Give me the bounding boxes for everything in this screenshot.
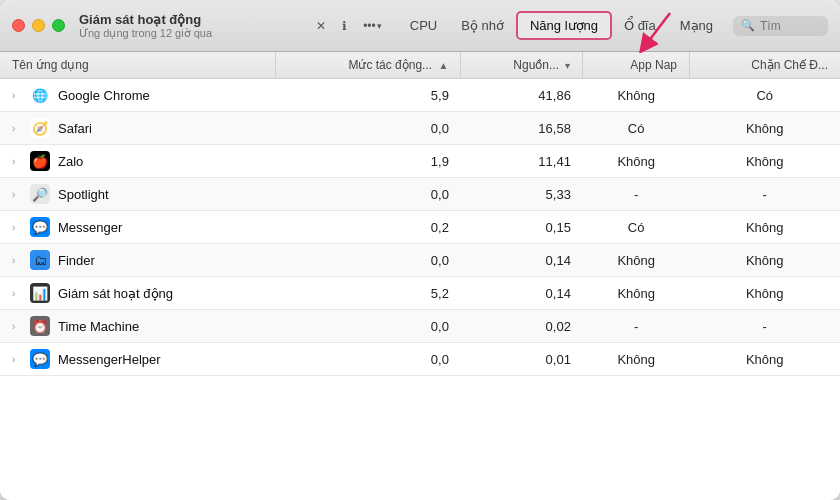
app-name-label: Giám sát hoạt động — [58, 286, 173, 301]
block-cell: - — [689, 178, 840, 211]
appnap-cell: Không — [583, 343, 690, 376]
row-chevron-icon: › — [12, 222, 22, 233]
row-chevron-icon: › — [12, 123, 22, 134]
impact-cell: 0,2 — [275, 211, 461, 244]
row-chevron-icon: › — [12, 189, 22, 200]
app-icon: 🧭 — [30, 118, 50, 138]
table-row[interactable]: › 🔎 Spotlight 0,05,33-- — [0, 178, 840, 211]
table-row[interactable]: › 🧭 Safari 0,016,58CóKhông — [0, 112, 840, 145]
app-name-label: Google Chrome — [58, 88, 150, 103]
impact-cell: 0,0 — [275, 343, 461, 376]
sort-icon: ▲ — [438, 60, 448, 71]
source-cell: 0,15 — [461, 211, 583, 244]
more-chevron-icon: ▾ — [377, 21, 382, 31]
block-cell: Không — [689, 343, 840, 376]
nav-tabs: CPU Bộ nhớ Năng lượng Ổ đĩa Mạng — [398, 11, 725, 40]
tab-memory[interactable]: Bộ nhớ — [449, 13, 516, 38]
more-icon: ••• — [363, 19, 376, 33]
table-row[interactable]: › 🌐 Google Chrome 5,941,86KhôngCó — [0, 79, 840, 112]
appnap-cell: Không — [583, 145, 690, 178]
search-area[interactable]: 🔍 — [733, 16, 828, 36]
source-chevron-icon: ▾ — [565, 60, 570, 71]
row-chevron-icon: › — [12, 354, 22, 365]
source-cell: 16,58 — [461, 112, 583, 145]
tab-network[interactable]: Mạng — [668, 13, 725, 38]
table-container: Tên ứng dụng Mức tác động... ▲ Nguồn... … — [0, 52, 840, 500]
appnap-cell: Không — [583, 244, 690, 277]
appnap-cell: - — [583, 178, 690, 211]
impact-cell: 0,0 — [275, 112, 461, 145]
block-cell: Không — [689, 112, 840, 145]
search-icon: 🔍 — [741, 19, 755, 32]
info-icon: ℹ — [342, 19, 347, 33]
app-name-label: Messenger — [58, 220, 122, 235]
block-cell: Không — [689, 211, 840, 244]
app-icon: 🗂 — [30, 250, 50, 270]
app-icon: 🌐 — [30, 85, 50, 105]
window-title: Giám sát hoạt động — [79, 12, 201, 27]
more-button[interactable]: ••• ▾ — [355, 15, 390, 37]
app-icon: 🔎 — [30, 184, 50, 204]
titlebar: Giám sát hoạt động Ứng dụng trong 12 giờ… — [0, 0, 840, 52]
col-header-block[interactable]: Chặn Chế Đ... — [689, 52, 840, 79]
row-chevron-icon: › — [12, 288, 22, 299]
app-name-label: Safari — [58, 121, 92, 136]
block-cell: Không — [689, 145, 840, 178]
app-name-label: MessengerHelper — [58, 352, 161, 367]
app-icon: 📊 — [30, 283, 50, 303]
appnap-cell: Có — [583, 112, 690, 145]
row-chevron-icon: › — [12, 255, 22, 266]
block-cell: Không — [689, 244, 840, 277]
col-header-source[interactable]: Nguồn... ▾ — [461, 52, 583, 79]
appnap-cell: - — [583, 310, 690, 343]
minimize-button[interactable] — [32, 19, 45, 32]
app-name-label: Zalo — [58, 154, 83, 169]
tab-energy[interactable]: Năng lượng — [516, 11, 612, 40]
block-cell: Có — [689, 79, 840, 112]
block-cell: Không — [689, 277, 840, 310]
row-chevron-icon: › — [12, 321, 22, 332]
title-section: Giám sát hoạt động Ứng dụng trong 12 giờ… — [79, 12, 212, 40]
energy-table: Tên ứng dụng Mức tác động... ▲ Nguồn... … — [0, 52, 840, 376]
table-row[interactable]: › 💬 Messenger 0,20,15CóKhông — [0, 211, 840, 244]
main-window: Giám sát hoạt động Ứng dụng trong 12 giờ… — [0, 0, 840, 500]
col-header-appnap[interactable]: App Nap — [583, 52, 690, 79]
col-header-impact[interactable]: Mức tác động... ▲ — [275, 52, 461, 79]
window-subtitle: Ứng dụng trong 12 giờ qua — [79, 27, 212, 40]
app-name-label: Finder — [58, 253, 95, 268]
tab-cpu[interactable]: CPU — [398, 13, 449, 38]
source-cell: 0,14 — [461, 244, 583, 277]
table-row[interactable]: › 💬 MessengerHelper 0,00,01KhôngKhông — [0, 343, 840, 376]
close-process-button[interactable]: ✕ — [308, 15, 334, 37]
table-row[interactable]: › 📊 Giám sát hoạt động 5,20,14KhôngKhông — [0, 277, 840, 310]
table-row[interactable]: › 🗂 Finder 0,00,14KhôngKhông — [0, 244, 840, 277]
row-chevron-icon: › — [12, 90, 22, 101]
maximize-button[interactable] — [52, 19, 65, 32]
block-cell: - — [689, 310, 840, 343]
table-header: Tên ứng dụng Mức tác động... ▲ Nguồn... … — [0, 52, 840, 79]
table-body: › 🌐 Google Chrome 5,941,86KhôngCó › 🧭 Sa… — [0, 79, 840, 376]
app-icon: 💬 — [30, 217, 50, 237]
app-icon: 💬 — [30, 349, 50, 369]
app-icon: 🍎 — [30, 151, 50, 171]
tab-disk[interactable]: Ổ đĩa — [612, 13, 668, 38]
impact-cell: 0,0 — [275, 310, 461, 343]
table-row[interactable]: › ⏰ Time Machine 0,00,02-- — [0, 310, 840, 343]
app-icon: ⏰ — [30, 316, 50, 336]
source-cell: 5,33 — [461, 178, 583, 211]
search-input[interactable] — [760, 19, 820, 33]
source-cell: 41,86 — [461, 79, 583, 112]
info-button[interactable]: ℹ — [334, 15, 355, 37]
impact-cell: 5,2 — [275, 277, 461, 310]
source-cell: 0,14 — [461, 277, 583, 310]
table-row[interactable]: › 🍎 Zalo 1,911,41KhôngKhông — [0, 145, 840, 178]
traffic-lights — [12, 19, 65, 32]
row-chevron-icon: › — [12, 156, 22, 167]
col-header-app-name[interactable]: Tên ứng dụng — [0, 52, 275, 79]
close-button[interactable] — [12, 19, 25, 32]
impact-cell: 0,0 — [275, 178, 461, 211]
source-cell: 0,01 — [461, 343, 583, 376]
impact-cell: 5,9 — [275, 79, 461, 112]
appnap-cell: Không — [583, 79, 690, 112]
titlebar-controls: ✕ ℹ ••• ▾ — [308, 15, 390, 37]
